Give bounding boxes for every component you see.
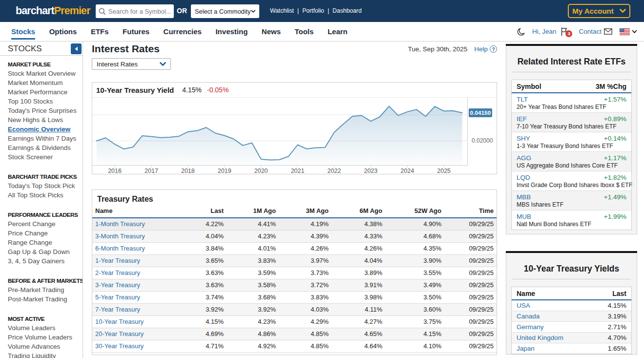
nav-tab-etfs[interactable]: ETFs bbox=[91, 22, 109, 41]
sidebar-item-stock-screener[interactable]: Stock Screener bbox=[8, 152, 83, 162]
etf-symbol-link[interactable]: MBB bbox=[517, 193, 531, 201]
top-link-dashboard[interactable]: Dashboard bbox=[332, 7, 362, 14]
sidebar-item-pre-market-trading[interactable]: Pre-Market Trading bbox=[8, 285, 83, 295]
country-link[interactable]: United Kingdom bbox=[517, 334, 563, 341]
sidebar-item-post-market-trading[interactable]: Post-Market Trading bbox=[8, 295, 83, 304]
country-link[interactable]: USA bbox=[517, 302, 530, 309]
treasury-link[interactable]: 20-Year Treasury bbox=[95, 330, 144, 337]
country-link[interactable]: Germany bbox=[517, 323, 544, 331]
cell-name[interactable]: 2-Year Treasury bbox=[92, 267, 185, 279]
sidebar-item-volume-leaders[interactable]: Volume Leaders bbox=[8, 323, 83, 333]
column-header-52w-ago[interactable]: 52W Ago bbox=[385, 204, 444, 218]
sidebar-item-gap-up-gap-down[interactable]: Gap Up & Gap Down bbox=[8, 247, 83, 256]
column-header-6m-ago[interactable]: 6M Ago bbox=[332, 204, 385, 218]
etf-symbol-link[interactable]: MUB bbox=[517, 213, 531, 220]
nav-tab-currencies[interactable]: Currencies bbox=[164, 22, 202, 41]
search-input[interactable] bbox=[108, 8, 171, 15]
sidebar-item-economic-overview[interactable]: Economic Overview bbox=[8, 125, 83, 134]
cell-name[interactable]: 7-Year Treasury bbox=[92, 303, 185, 316]
treasury-link[interactable]: 10-Year Treasury bbox=[95, 318, 144, 325]
sidebar-item-price-change[interactable]: Price Change bbox=[8, 229, 83, 238]
page-selector-dropdown[interactable]: Interest Rates bbox=[92, 58, 171, 70]
cell-name[interactable]: 6-Month Treasury bbox=[92, 242, 185, 254]
site-logo[interactable]: barchartPremier bbox=[16, 5, 90, 17]
sidebar-item-range-change[interactable]: Range Change bbox=[8, 238, 83, 247]
treasury-link[interactable]: 5-Year Treasury bbox=[95, 294, 140, 301]
column-header-last[interactable]: Last bbox=[185, 204, 227, 218]
nav-tab-futures[interactable]: Futures bbox=[123, 22, 149, 41]
sidebar-collapse-button[interactable] bbox=[71, 43, 82, 54]
etf-symbol-link[interactable]: AGG bbox=[517, 154, 531, 162]
cell-name[interactable]: 3-Year Treasury bbox=[92, 279, 185, 291]
language-us-flag-icon[interactable] bbox=[620, 28, 630, 35]
top-link-watchlist[interactable]: Watchlist bbox=[270, 7, 294, 14]
country-cell[interactable]: Germany bbox=[512, 321, 572, 332]
etf-symbol-link[interactable]: IEF bbox=[517, 115, 527, 123]
nav-tab-options[interactable]: Options bbox=[49, 22, 77, 41]
treasury-link[interactable]: 1-Year Treasury bbox=[95, 257, 140, 264]
treasury-link[interactable]: 30-Year Treasury bbox=[95, 342, 144, 350]
treasury-link[interactable]: 3-Year Treasury bbox=[95, 281, 140, 289]
sidebar-item-percent-change[interactable]: Percent Change bbox=[8, 219, 83, 229]
treasury-link[interactable]: 1-Month Treasury bbox=[95, 220, 145, 228]
column-header-3m-ago[interactable]: 3M Ago bbox=[279, 204, 332, 218]
treasury-link[interactable]: 2-Year Treasury bbox=[95, 269, 140, 276]
etf-symbol-cell[interactable]: TLT bbox=[512, 93, 572, 104]
etf-symbol-cell[interactable]: LQD bbox=[512, 171, 572, 182]
etf-symbol-cell[interactable]: IEF bbox=[512, 113, 572, 124]
sidebar-item-all-top-stock-picks[interactable]: All Top Stock Picks bbox=[8, 190, 83, 200]
country-cell[interactable]: USA bbox=[512, 300, 572, 311]
treasury-link[interactable]: 3-Month Treasury bbox=[95, 232, 145, 240]
nav-tab-investing[interactable]: Investing bbox=[215, 22, 248, 41]
etf-symbol-link[interactable]: SHY bbox=[517, 135, 530, 142]
notifications-flag-icon[interactable]: 3 bbox=[561, 27, 568, 36]
country-link[interactable]: Canada bbox=[517, 313, 540, 320]
sidebar-item-earnings-within-7-days[interactable]: Earnings Within 7 Days bbox=[8, 134, 83, 143]
sidebar-item-price-volume-leaders[interactable]: Price Volume Leaders bbox=[8, 333, 83, 342]
column-header-symbol[interactable]: Symbol bbox=[512, 80, 572, 93]
cell-name[interactable]: 5-Year Treasury bbox=[92, 291, 185, 303]
cell-name[interactable]: 3-Month Treasury bbox=[92, 230, 185, 242]
country-link[interactable]: Japan bbox=[517, 345, 535, 352]
column-header-1m-ago[interactable]: 1M Ago bbox=[227, 204, 279, 218]
column-header-time[interactable]: Time bbox=[444, 204, 497, 218]
nav-tab-learn[interactable]: Learn bbox=[328, 22, 348, 41]
sidebar-item-today-s-price-surprises[interactable]: Today's Price Surprises bbox=[8, 106, 83, 115]
nav-tab-tools[interactable]: Tools bbox=[295, 22, 314, 41]
my-account-button[interactable]: My Account bbox=[568, 4, 630, 18]
cell-name[interactable]: 10-Year Treasury bbox=[92, 316, 185, 328]
greeting-link[interactable]: Hi, Jean bbox=[532, 28, 557, 35]
etf-symbol-link[interactable]: TLT bbox=[517, 96, 528, 103]
symbol-search-box[interactable] bbox=[96, 4, 174, 18]
etf-symbol-link[interactable]: LQD bbox=[517, 174, 530, 181]
cell-name[interactable]: 30-Year Treasury bbox=[92, 340, 185, 352]
sidebar-item-trading-liquidity[interactable]: Trading Liquidity bbox=[8, 351, 83, 358]
country-cell[interactable]: Japan bbox=[512, 343, 572, 354]
nav-tab-stocks[interactable]: Stocks bbox=[11, 22, 35, 41]
help-question-icon[interactable]: ? bbox=[490, 45, 497, 53]
column-header-last[interactable]: Last bbox=[572, 287, 632, 300]
treasury-link[interactable]: 6-Month Treasury bbox=[95, 245, 145, 252]
etf-symbol-cell[interactable]: SHY bbox=[512, 132, 572, 143]
country-cell[interactable]: United Kingdom bbox=[512, 332, 572, 343]
sidebar-item-market-momentum[interactable]: Market Momentum bbox=[8, 78, 83, 87]
cell-name[interactable]: 20-Year Treasury bbox=[92, 328, 185, 340]
sidebar-item-stock-market-overview[interactable]: Stock Market Overview bbox=[8, 69, 83, 78]
contact-link[interactable]: Contact bbox=[579, 28, 602, 35]
sidebar-item-volume-advances[interactable]: Volume Advances bbox=[8, 342, 83, 351]
sidebar-item-top-100-stocks[interactable]: Top 100 Stocks bbox=[8, 97, 83, 106]
sidebar-item-market-performance[interactable]: Market Performance bbox=[8, 87, 83, 97]
nav-tab-news[interactable]: News bbox=[262, 22, 281, 41]
dark-mode-icon[interactable] bbox=[517, 27, 526, 36]
treasury-link[interactable]: 7-Year Treasury bbox=[95, 306, 140, 313]
sidebar-item-3-4-5-day-gainers[interactable]: 3, 4, 5 Day Gainers bbox=[8, 256, 83, 266]
etf-symbol-cell[interactable]: AGG bbox=[512, 152, 572, 163]
sidebar-item-today-s-top-stock-pick[interactable]: Today's Top Stock Pick bbox=[8, 181, 83, 190]
envelope-icon[interactable] bbox=[604, 28, 612, 35]
top-link-portfolio[interactable]: Portfolio bbox=[302, 7, 324, 14]
chevron-down-icon[interactable] bbox=[632, 30, 637, 34]
column-header-3m-chg[interactable]: 3M %Chg bbox=[572, 80, 632, 93]
country-cell[interactable]: Canada bbox=[512, 311, 572, 321]
help-link[interactable]: Help bbox=[474, 45, 488, 53]
cell-name[interactable]: 1-Year Treasury bbox=[92, 254, 185, 267]
